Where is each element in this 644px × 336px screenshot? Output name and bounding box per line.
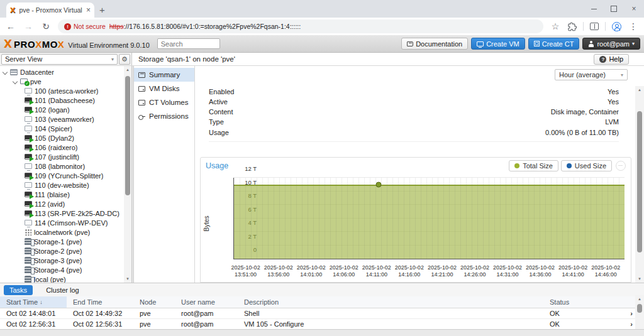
tab-tasks[interactable]: Tasks <box>4 285 33 295</box>
documentation-button[interactable]: Documentation <box>401 38 468 50</box>
window-close-button[interactable]: × <box>624 0 644 18</box>
tab-cluster-log[interactable]: Cluster log <box>40 285 85 295</box>
new-tab-button[interactable]: + <box>99 4 105 15</box>
expand-caret-icon[interactable] <box>13 79 18 84</box>
storage-status-table: EnabledYesActiveYesContentDisk image, Co… <box>209 87 619 142</box>
tree-item-102[interactable]: 102 (logan) <box>0 105 131 114</box>
legend-total-size[interactable]: Total Size <box>509 160 558 171</box>
tree-settings-button[interactable]: ⚙ <box>119 54 130 65</box>
tree-item-104[interactable]: 104 (Spicer) <box>0 124 131 133</box>
tree-item-local[interactable]: local (pve) <box>0 274 131 283</box>
tab-permissions[interactable]: Permissions <box>134 109 194 123</box>
tree-item-103[interactable]: 103 (veeamworker) <box>0 114 131 124</box>
expand-row-icon[interactable]: › <box>611 320 635 328</box>
task-user: root@pam <box>175 310 238 317</box>
view-mode-select[interactable]: Server View ▾ <box>1 54 118 65</box>
tree-item-storage-1[interactable]: Storage-1 (pve) <box>0 237 131 246</box>
tree-item-label: 114 (Crimson-WP-DEV) <box>35 219 108 227</box>
x-tick-label: 2025-10-0214:46:00 <box>586 264 625 278</box>
scrollbar-thumb[interactable] <box>125 76 130 195</box>
task-row[interactable]: Oct 02 14:48:01Oct 02 14:49:32pveroot@pa… <box>0 308 644 319</box>
side-panel-icon[interactable] <box>590 23 599 30</box>
tab-summary[interactable]: Summary <box>134 68 194 82</box>
tree-item-107[interactable]: 107 (justinclift) <box>0 152 131 161</box>
tree-item-storage-4[interactable]: Storage-4 (pve) <box>0 265 131 274</box>
browser-tab[interactable]: X pve - Proxmox Virtual Environment × <box>6 3 94 18</box>
column-header-start-time[interactable]: Start Time↓ <box>0 296 67 308</box>
view-mode-label: Server View <box>5 55 42 63</box>
tree-item-113[interactable]: 113 (SR-PVE-2k25-AD-DC) <box>0 209 131 218</box>
expand-caret-icon[interactable] <box>3 69 8 74</box>
scrollbar-thumb[interactable] <box>637 304 642 313</box>
datacenter-icon <box>10 69 18 75</box>
tree-item-105[interactable]: 105 (Dylan2) <box>0 133 131 143</box>
bookmark-star-icon[interactable]: ☆ <box>550 21 561 31</box>
vm-stopped-icon <box>25 163 32 169</box>
gear-icon: ⚙ <box>121 55 128 63</box>
scroll-up-icon[interactable]: ▲ <box>126 66 130 73</box>
tree-item-datacenter[interactable]: Datacenter <box>0 67 131 77</box>
undo-zoom-icon[interactable] <box>616 161 626 171</box>
scroll-up-icon[interactable]: ▲ <box>638 86 641 94</box>
proxmox-header: X PROXMOX Virtual Environment 9.0.10 Doc… <box>0 35 644 53</box>
help-button[interactable]: ?Help <box>594 54 629 65</box>
tree-item-109[interactable]: 109 (YCrunch-Splitter) <box>0 171 131 180</box>
address-omnibox[interactable]: ! Not secure https://176.16.5.81:8006/#v… <box>58 19 543 33</box>
status-row-active: ActiveYes <box>209 97 619 107</box>
browser-menu-icon[interactable]: ⋮ <box>628 21 639 31</box>
create-ct-button[interactable]: Create CT <box>528 38 580 50</box>
legend-used-size[interactable]: Used Size <box>561 160 612 171</box>
tree-item-111[interactable]: 111 (blaise) <box>0 190 131 199</box>
tab-vm-disks[interactable]: VM Disks <box>134 82 194 95</box>
window-minimize-button[interactable] <box>584 0 604 18</box>
task-start: Oct 02 14:48:01 <box>0 310 67 317</box>
column-header-user-name[interactable]: User name <box>175 298 238 306</box>
tasks-panel: Tasks Cluster log Start Time↓End TimeNod… <box>0 283 644 336</box>
create-vm-button[interactable]: Create VM <box>471 38 525 50</box>
tree-item-101[interactable]: 101 (Dabascheese) <box>0 95 131 105</box>
tree-item-label: 111 (blaise) <box>35 191 70 198</box>
key-icon <box>138 113 145 119</box>
vm-running-icon <box>25 144 32 150</box>
tree-item-localnetwork[interactable]: localnetwork (pve) <box>0 227 131 237</box>
tree-item-108[interactable]: 108 (labmonitor) <box>0 161 131 171</box>
content-scrollbar[interactable]: ▲ ▼ <box>635 86 644 283</box>
tree-item-storage-3[interactable]: Storage-3 (pve) <box>0 256 131 265</box>
tree-item-pve[interactable]: pve <box>0 77 131 86</box>
scroll-up-icon[interactable]: ▲ <box>638 295 641 303</box>
task-row[interactable]: Oct 02 12:56:31Oct 02 12:56:31pveroot@pa… <box>0 319 644 330</box>
expand-row-icon[interactable]: › <box>611 310 635 317</box>
user-menu-button[interactable]: root@pam▾ <box>582 38 640 50</box>
tree-item-112[interactable]: 112 (avid) <box>0 199 131 209</box>
profile-avatar-icon[interactable] <box>612 22 621 31</box>
graph-period-select[interactable]: Hour (average) ▾ <box>555 69 628 80</box>
reload-icon[interactable]: ↻ <box>40 21 52 31</box>
column-header-end-time[interactable]: End Time <box>67 298 133 306</box>
tree-item-106[interactable]: 106 (raidxero) <box>0 143 131 152</box>
sidebar-header: Server View ▾ ⚙ <box>0 53 132 65</box>
window-maximize-button[interactable] <box>604 0 624 18</box>
scroll-down-icon[interactable]: ▼ <box>126 275 130 283</box>
scroll-down-icon[interactable]: ▼ <box>638 275 641 283</box>
tree-item-storage-2[interactable]: Storage-2 (pve) <box>0 246 131 256</box>
tab-ct-volumes[interactable]: CT Volumes <box>134 95 194 109</box>
chevron-down-icon: ▾ <box>632 41 635 46</box>
back-icon[interactable]: ← <box>5 21 16 31</box>
sidebar-scrollbar[interactable]: ▲ ▼ <box>124 66 131 283</box>
tree-item-100[interactable]: 100 (artesca-worker) <box>0 86 131 95</box>
tab-close-icon[interactable]: × <box>86 6 91 14</box>
global-search-input[interactable] <box>157 38 220 49</box>
status-row-content: ContentDisk image, Container <box>209 107 619 117</box>
column-header-node[interactable]: Node <box>133 298 175 306</box>
scrollbar-thumb[interactable] <box>637 111 642 252</box>
tree-item-114[interactable]: 114 (Crimson-WP-DEV) <box>0 218 131 227</box>
forward-icon[interactable]: → <box>23 21 34 31</box>
status-value: Yes <box>608 98 619 106</box>
column-header-status[interactable]: Status <box>543 298 611 306</box>
tree-item-110[interactable]: 110 (dev-website) <box>0 180 131 190</box>
chart-plot-area[interactable]: 02 T4 T6 T8 T10 T12 T2025-10-0213:51:002… <box>233 178 625 259</box>
extensions-icon[interactable] <box>567 22 577 31</box>
not-secure-badge[interactable]: ! Not secure <box>64 23 106 30</box>
column-header-description[interactable]: Description <box>238 298 543 306</box>
tree-item-label: localnetwork (pve) <box>34 229 90 236</box>
